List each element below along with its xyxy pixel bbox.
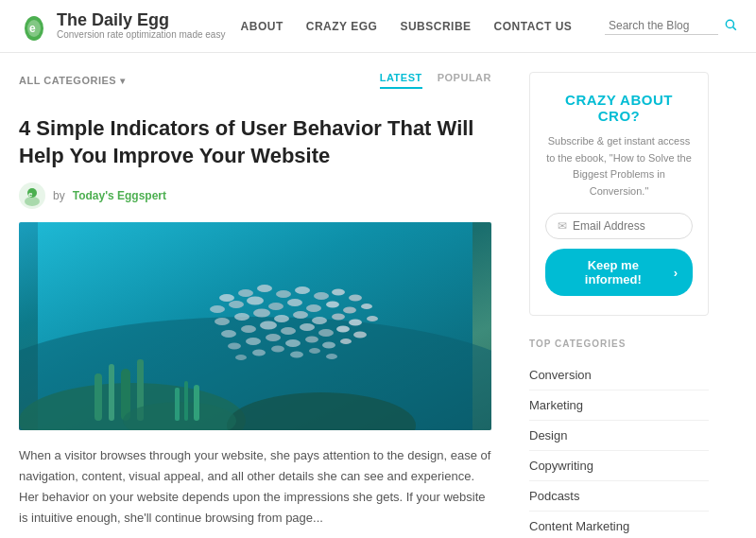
- email-input-row: ✉: [545, 213, 693, 239]
- svg-point-20: [276, 290, 291, 298]
- author-by-label: by: [53, 189, 65, 202]
- tab-popular[interactable]: POPULAR: [438, 72, 491, 89]
- svg-point-53: [266, 334, 281, 341]
- svg-rect-14: [109, 364, 114, 421]
- svg-point-54: [285, 339, 301, 347]
- svg-point-50: [353, 332, 367, 338]
- site-header: e The Daily Egg Conversion rate optimiza…: [0, 0, 756, 53]
- svg-point-57: [340, 338, 352, 344]
- keep-me-label: Keep me informed!: [560, 258, 666, 286]
- svg-point-51: [228, 343, 241, 350]
- category-conversion[interactable]: Conversion: [529, 360, 709, 390]
- svg-point-34: [215, 318, 230, 325]
- svg-point-31: [326, 302, 339, 308]
- category-marketing[interactable]: Marketing: [529, 390, 709, 421]
- top-categories-label: TOP CATEGORIES: [529, 338, 709, 349]
- nav-subscribe[interactable]: SUBSCRIBE: [400, 20, 471, 33]
- svg-point-46: [281, 327, 296, 335]
- category-copywriting[interactable]: Copywriting: [529, 451, 709, 481]
- svg-point-27: [247, 297, 264, 305]
- svg-point-25: [210, 305, 225, 313]
- logo-icon: e: [19, 11, 49, 42]
- svg-point-29: [287, 299, 302, 306]
- chevron-down-icon: ▾: [120, 76, 126, 86]
- cro-subscription-box: CRAZY ABOUT CRO? Subscribe & get instant…: [529, 72, 709, 316]
- svg-point-3: [726, 20, 733, 27]
- svg-point-38: [293, 311, 308, 319]
- svg-point-63: [326, 354, 337, 359]
- svg-point-17: [219, 294, 234, 302]
- main-content: ALL CATEGORIES ▾ LATEST POPULAR 4 Simple…: [0, 72, 510, 538]
- svg-rect-67: [194, 385, 199, 421]
- arrow-icon: ›: [674, 266, 678, 280]
- tab-group: LATEST POPULAR: [380, 72, 491, 89]
- svg-point-35: [234, 313, 249, 321]
- filter-bar: ALL CATEGORIES ▾ LATEST POPULAR: [19, 72, 491, 96]
- svg-point-49: [336, 326, 350, 333]
- svg-point-44: [241, 325, 256, 333]
- site-title: The Daily Egg: [57, 11, 225, 30]
- svg-point-33: [361, 304, 372, 309]
- svg-point-45: [260, 321, 277, 330]
- svg-point-30: [306, 304, 321, 312]
- search-input[interactable]: [605, 17, 718, 35]
- article-title: 4 Simple Indicators of User Behavior Tha…: [19, 115, 491, 169]
- nav-contact-us[interactable]: CONTACT US: [494, 20, 573, 33]
- svg-point-19: [257, 285, 272, 292]
- svg-point-55: [305, 337, 318, 343]
- svg-rect-66: [184, 381, 188, 421]
- svg-point-59: [252, 350, 266, 356]
- svg-point-18: [238, 289, 253, 297]
- category-content-marketing[interactable]: Content Marketing: [529, 512, 709, 538]
- article-image: [19, 222, 491, 430]
- svg-point-48: [318, 329, 334, 337]
- author-row: e by Today's Eggspert: [19, 182, 491, 209]
- site-tagline: Conversion rate optimization made easy: [57, 29, 225, 41]
- author-avatar-icon: e: [19, 182, 45, 209]
- svg-rect-65: [175, 388, 180, 421]
- category-list: Conversion Marketing Design Copywriting …: [529, 360, 709, 538]
- logo-area[interactable]: e The Daily Egg Conversion rate optimiza…: [19, 11, 227, 42]
- svg-point-26: [229, 301, 244, 308]
- svg-point-47: [300, 323, 315, 331]
- page-body: ALL CATEGORIES ▾ LATEST POPULAR 4 Simple…: [0, 53, 756, 538]
- svg-point-28: [268, 303, 284, 310]
- svg-text:e: e: [29, 22, 36, 35]
- svg-point-36: [253, 309, 270, 318]
- svg-point-21: [295, 286, 310, 294]
- svg-point-39: [312, 317, 327, 324]
- category-podcasts[interactable]: Podcasts: [529, 481, 709, 512]
- svg-point-40: [332, 314, 345, 321]
- svg-point-58: [235, 355, 247, 360]
- cro-title: CRAZY ABOUT CRO?: [545, 92, 693, 124]
- svg-point-52: [246, 338, 261, 345]
- cro-description: Subscribe & get instant access to the eb…: [545, 133, 693, 200]
- svg-line-4: [733, 27, 736, 30]
- search-area: [586, 17, 737, 35]
- author-name[interactable]: Today's Eggspert: [73, 189, 166, 202]
- svg-rect-13: [94, 373, 102, 421]
- svg-point-61: [290, 352, 303, 358]
- main-nav: ABOUT CRAZY EGG SUBSCRIBE CONTACT US: [227, 20, 586, 33]
- categories-dropdown[interactable]: ALL CATEGORIES ▾: [19, 75, 126, 86]
- svg-point-42: [367, 316, 378, 321]
- search-icon[interactable]: [724, 18, 737, 34]
- svg-point-56: [322, 342, 335, 349]
- svg-point-24: [349, 295, 362, 302]
- svg-text:e: e: [28, 190, 33, 199]
- article-excerpt: When a visitor browses through your webs…: [19, 445, 491, 529]
- nav-crazy-egg[interactable]: CRAZY EGG: [306, 20, 378, 33]
- svg-point-37: [274, 315, 289, 322]
- svg-point-23: [332, 289, 345, 296]
- tab-latest[interactable]: LATEST: [380, 72, 422, 89]
- article-card: 4 Simple Indicators of User Behavior Tha…: [19, 115, 491, 538]
- keep-me-informed-button[interactable]: Keep me informed! ›: [545, 249, 693, 296]
- category-design[interactable]: Design: [529, 421, 709, 451]
- svg-point-43: [221, 330, 236, 338]
- svg-point-60: [271, 346, 284, 353]
- email-field[interactable]: [573, 219, 714, 233]
- nav-about[interactable]: ABOUT: [241, 20, 284, 33]
- top-categories-section: TOP CATEGORIES Conversion Marketing Desi…: [529, 338, 709, 538]
- sidebar: CRAZY ABOUT CRO? Subscribe & get instant…: [510, 72, 718, 538]
- svg-point-62: [309, 348, 320, 354]
